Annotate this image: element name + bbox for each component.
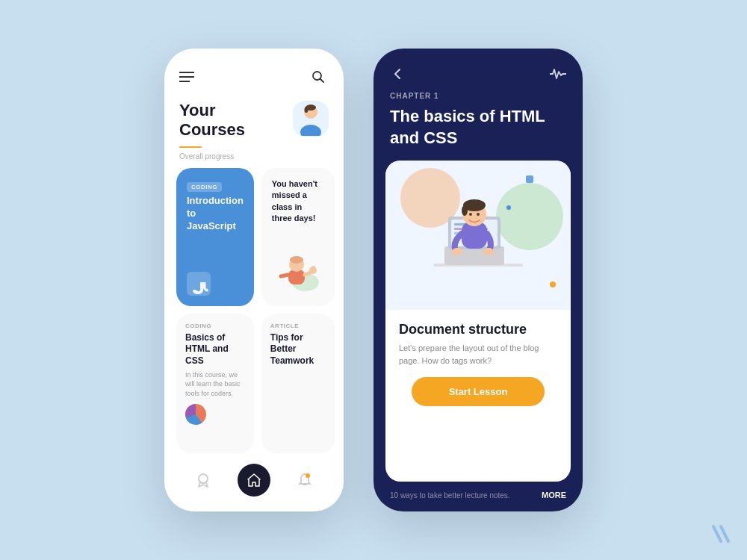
achievements-nav[interactable] — [190, 467, 217, 494]
pie-chart-icon — [185, 404, 206, 425]
streak-illustration — [272, 243, 324, 296]
svg-point-6 — [305, 107, 309, 113]
svg-point-31 — [462, 205, 468, 216]
back-button[interactable] — [390, 66, 405, 81]
svg-point-35 — [483, 248, 494, 255]
svg-point-19 — [306, 473, 310, 478]
svg-point-34 — [452, 248, 462, 255]
chapter-title: The basics of HTML and CSS — [374, 106, 583, 161]
svg-line-36 — [713, 526, 721, 541]
bottom-nav — [164, 453, 344, 511]
page-title: Your Courses — [179, 101, 245, 140]
start-lesson-button[interactable]: Start Lesson — [412, 377, 545, 406]
svg-point-32 — [469, 213, 472, 216]
chapter-label: CHAPTER 1 — [374, 89, 583, 106]
deco-dot-orange — [550, 281, 556, 287]
hint-text: 10 ways to take better lecture notes. — [390, 491, 510, 500]
svg-rect-14 — [311, 266, 315, 272]
lesson-illustration — [385, 161, 571, 310]
svg-line-37 — [721, 526, 728, 541]
svg-point-11 — [290, 256, 303, 264]
lesson-card: Document structure Let's prepare the lay… — [385, 161, 571, 482]
top-bar-left — [164, 49, 344, 95]
html-coding-tag: CODING — [185, 323, 245, 329]
bottom-hint: 10 ways to take better lecture notes. MO… — [374, 482, 583, 511]
lesson-desc: Let's prepare the layout out of the blog… — [399, 342, 557, 367]
article-tag: ARTICLE — [270, 323, 326, 329]
progress-line — [179, 146, 202, 148]
person-laptop-illustration — [418, 175, 538, 295]
menu-icon[interactable] — [179, 72, 194, 82]
svg-point-3 — [300, 125, 321, 136]
card-javascript[interactable]: CODING Introduction to JavaScript — [176, 168, 254, 306]
lesson-content: Document structure Let's prepare the lay… — [385, 310, 571, 482]
svg-point-16 — [199, 474, 208, 483]
card-streak[interactable]: You haven't missed a class in three days… — [261, 168, 335, 306]
right-phone: CHAPTER 1 The basics of HTML and CSS — [374, 49, 583, 511]
progress-label: Overall progress — [164, 152, 344, 168]
lesson-heading: Document structure — [399, 322, 557, 337]
header-section: Your Courses — [164, 95, 344, 145]
cards-area: CODING Introduction to JavaScript You ha… — [164, 168, 344, 453]
top-bar-right — [374, 49, 583, 89]
notifications-nav[interactable] — [291, 467, 318, 494]
card-article[interactable]: ARTICLE Tips for Better Teamwork — [261, 314, 335, 453]
svg-point-33 — [477, 213, 480, 216]
js-icon — [187, 272, 211, 296]
watermark — [710, 523, 732, 545]
card-html[interactable]: CODING Basics of HTML and CSS In this co… — [176, 314, 254, 453]
svg-marker-17 — [248, 474, 260, 486]
svg-line-15 — [281, 275, 288, 276]
more-button[interactable]: MORE — [542, 491, 566, 500]
avatar[interactable] — [293, 101, 329, 137]
coding-tag: CODING — [187, 182, 222, 192]
left-phone: Your Courses Overall progress CODING Int… — [164, 49, 344, 511]
svg-line-1 — [320, 79, 324, 83]
activity-icon[interactable] — [550, 68, 566, 80]
search-button[interactable] — [308, 66, 329, 87]
home-nav-active[interactable] — [238, 464, 270, 497]
